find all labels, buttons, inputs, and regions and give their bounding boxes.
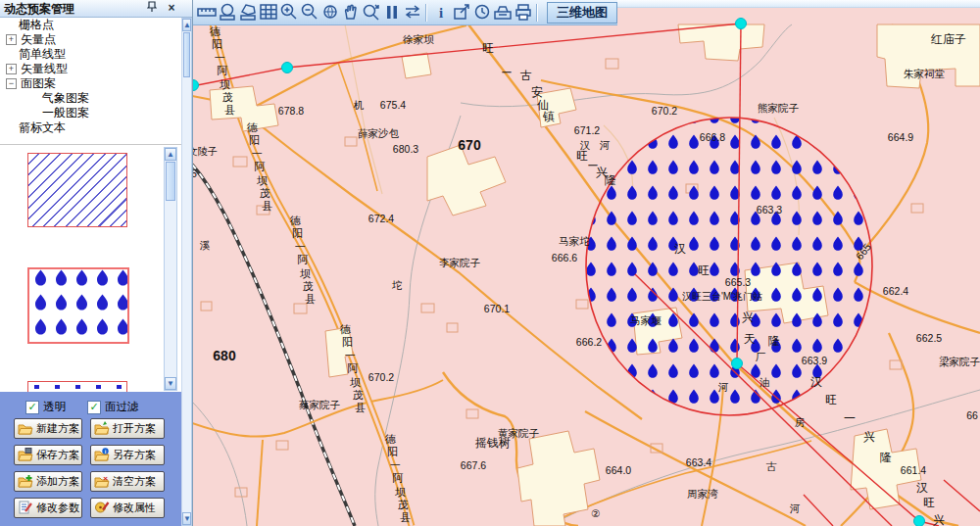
scroll-down-icon[interactable]: ▼ [182, 512, 191, 525]
clock-icon[interactable] [471, 2, 492, 24]
tree-item-矢量点[interactable]: +矢量点 [0, 32, 181, 47]
measure-circle-icon[interactable] [217, 2, 237, 24]
zoom-window-icon[interactable] [361, 2, 381, 24]
collapse-minus-icon[interactable]: − [6, 78, 17, 89]
button-修改属性[interactable]: 修改属性 [90, 498, 165, 518]
rain-drops-pattern[interactable] [27, 267, 129, 344]
map-label: 文陵子 [192, 146, 218, 157]
panel-scrollbar[interactable]: ▲ ▼ [181, 18, 192, 526]
map-label: 隆 [880, 451, 892, 464]
tree-item-label: 矢量线型 [21, 62, 68, 76]
checkbox-label: 透明 [43, 400, 66, 414]
measure-ruler-icon[interactable] [196, 2, 217, 24]
measure-polygon-icon[interactable] [237, 2, 258, 24]
folder-new-icon [18, 421, 33, 437]
tree-item-label: 一般图案 [42, 106, 89, 120]
checkbox-label: 面过滤 [105, 400, 139, 414]
pan-hand-icon[interactable] [340, 2, 361, 24]
button-修改参数[interactable]: 修改参数 [14, 498, 82, 518]
tree-item-label: 栅格点 [19, 18, 54, 32]
map-label: 680.3 [393, 143, 418, 155]
road-name-label: 坝 [220, 78, 230, 90]
road-name-label: 坝 [350, 376, 361, 388]
map-label: 兴 [742, 311, 754, 324]
map-label: 670.2 [652, 105, 677, 117]
button-label: 清空方案 [113, 474, 156, 489]
zoom-out-icon[interactable] [299, 2, 319, 24]
road-name-label: 阿 [347, 362, 358, 374]
tree-item-面图案[interactable]: −面图案 [0, 76, 181, 91]
map-label: 旺 [698, 263, 710, 277]
road-name-label: 德 [340, 323, 352, 335]
tray-icon[interactable] [492, 2, 513, 24]
globe-icon[interactable] [319, 2, 340, 24]
map-label: 兴 [933, 513, 945, 526]
expand-plus-icon[interactable]: + [6, 34, 17, 45]
edit-props-icon [94, 501, 110, 516]
tree-spacer [6, 50, 15, 59]
map-3d-button[interactable]: 三维地图 [547, 2, 617, 24]
export-icon[interactable] [451, 2, 471, 24]
swap-icon[interactable] [402, 2, 422, 24]
layer-tree: 栅格点+矢量点简单线型+矢量线型−面图案气象图案一般图案箭标文本 [0, 18, 181, 144]
tree-item-简单线型[interactable]: 简单线型 [0, 47, 181, 62]
road-name-label: 县 [224, 104, 235, 116]
grid-icon[interactable] [258, 2, 278, 24]
road-name-label: 一 [390, 459, 401, 471]
plan-area-circle[interactable] [586, 118, 872, 415]
print-icon[interactable] [513, 2, 533, 24]
map-label: 梁家院子 [939, 356, 980, 367]
tree-item-一般图案[interactable]: 一般图案 [0, 106, 181, 120]
tree-item-气象图案[interactable]: 气象图案 [0, 91, 181, 106]
pause-icon[interactable] [381, 2, 402, 24]
map-canvas[interactable]: 徐家坝红庙子朱家祠堂678.8机675.4薛家沙包680.3670671.2汉河… [192, 0, 980, 526]
map-label: 662.4 [883, 285, 908, 297]
road-name-label: 德 [210, 25, 221, 37]
tree-item-矢量线型[interactable]: +矢量线型 [0, 62, 181, 76]
panel-title-bar[interactable]: 动态预案管理 × [0, 0, 192, 18]
scroll-up-icon[interactable]: ▲ [165, 148, 176, 161]
map-label: 666.2 [576, 336, 602, 348]
button-清空方案[interactable]: ×清空方案 [90, 471, 165, 492]
checkbox-透明[interactable]: ✓透明 [25, 400, 66, 414]
scrollbar-thumb[interactable] [183, 32, 190, 77]
tree-spacer [29, 94, 38, 103]
pin-icon[interactable] [145, 1, 159, 16]
zoom-in-icon[interactable] [278, 2, 299, 24]
tree-item-箭标文本[interactable]: 箭标文本 [0, 120, 181, 135]
pattern-scrollbar[interactable]: ▲ ▼ [164, 147, 177, 391]
tree-item-栅格点[interactable]: 栅格点 [0, 18, 181, 32]
plan-management-panel: 动态预案管理 × 栅格点+矢量点简单线型+矢量线型−面图案气象图案一般图案箭标文… [0, 0, 193, 526]
checkbox-面过滤[interactable]: ✓面过滤 [87, 400, 139, 414]
map-label: 旺 [923, 496, 935, 509]
road-name-label: 德 [247, 121, 259, 133]
info-icon[interactable]: i [430, 2, 451, 24]
map-label: 680 [213, 348, 236, 363]
button-添加方案[interactable]: 添加方案 [14, 471, 82, 492]
button-label: 打开方案 [113, 421, 156, 436]
application-window: { "panel": { "title": "动态预案管理", "pin_ico… [0, 0, 980, 526]
road-name-label: 县 [305, 293, 316, 305]
map-label: 汉旺三台'M'兆门站 [682, 291, 762, 302]
checkmark-icon[interactable]: ✓ [25, 401, 39, 414]
checkmark-icon[interactable]: ✓ [87, 401, 101, 414]
map-label: 678.8 [278, 105, 304, 117]
scrollbar-thumb[interactable] [166, 162, 175, 201]
close-icon[interactable]: × [165, 1, 178, 16]
button-保存方案[interactable]: 保存方案 [14, 445, 82, 465]
map-label: 马家堰 [630, 314, 662, 326]
map-label: 古 [766, 460, 777, 472]
scroll-up-icon[interactable]: ▲ [182, 19, 191, 31]
button-打开方案[interactable]: 打开方案 [90, 418, 165, 439]
button-新建方案[interactable]: 新建方案 [14, 418, 82, 439]
button-label: 保存方案 [36, 448, 79, 462]
map-label: 隆 [605, 173, 616, 187]
scroll-down-icon[interactable]: ▼ [165, 377, 176, 390]
expand-plus-icon[interactable]: + [6, 64, 17, 74]
button-label: 修改参数 [36, 501, 79, 515]
road-name-label: 茂 [260, 187, 270, 199]
button-另存方案[interactable]: i另存方案 [90, 445, 165, 465]
tree-item-label: 简单线型 [19, 47, 66, 62]
diagonal-hatch-pattern[interactable] [27, 153, 127, 227]
tree-item-label: 气象图案 [42, 91, 89, 106]
